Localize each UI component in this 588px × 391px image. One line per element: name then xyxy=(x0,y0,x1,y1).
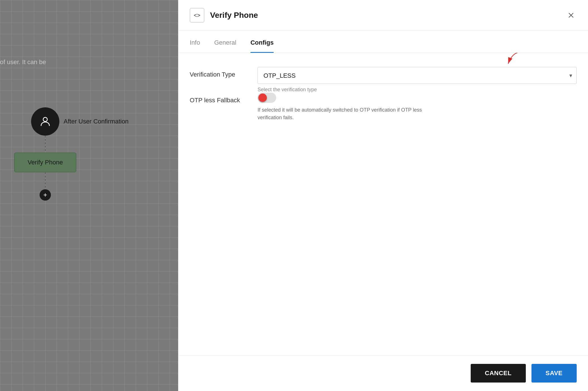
verification-type-select-wrapper: OTP_LESS OTP LINK ▾ xyxy=(258,67,577,84)
canvas-panel: of user. It can be After User Confirmati… xyxy=(0,0,178,391)
connector-line-2 xyxy=(45,172,46,189)
tab-configs[interactable]: Configs xyxy=(250,31,274,53)
canvas-text: of user. It can be xyxy=(0,58,46,66)
arrow-annotation xyxy=(503,53,526,67)
code-icon: <> xyxy=(190,8,204,23)
add-node-button[interactable]: + xyxy=(40,189,51,201)
drawer-title: Verify Phone xyxy=(210,11,565,20)
drawer-content: Verification Type OTP_LESS OTP LINK xyxy=(178,53,588,355)
flow-container: After User Confirmation Verify Phone + xyxy=(14,107,76,201)
verify-node-label: Verify Phone xyxy=(28,159,63,166)
verification-type-hint: Select the verification type xyxy=(258,87,577,93)
verification-type-field: Verification Type OTP_LESS OTP LINK xyxy=(190,67,577,93)
tab-info[interactable]: Info xyxy=(190,31,200,53)
tabs-bar: Info General Configs xyxy=(178,31,588,53)
verification-type-select[interactable]: OTP_LESS OTP LINK xyxy=(258,67,577,84)
drawer-footer: CANCEL SAVE xyxy=(178,355,588,391)
verify-phone-node[interactable]: Verify Phone xyxy=(14,153,76,172)
close-button[interactable] xyxy=(565,10,577,21)
otp-fallback-control: If selected it will be automatically swi… xyxy=(258,93,577,121)
drawer-header: <> Verify Phone xyxy=(178,0,588,31)
otp-fallback-label: OTP less Fallback xyxy=(190,93,258,104)
toggle-container xyxy=(258,93,577,103)
cancel-button[interactable]: CANCEL xyxy=(471,364,526,383)
otp-fallback-field: OTP less Fallback If selected it will be… xyxy=(190,93,577,121)
otp-fallback-toggle[interactable] xyxy=(258,93,276,103)
toggle-thumb xyxy=(258,94,267,102)
user-icon xyxy=(39,115,51,128)
close-icon xyxy=(567,11,575,19)
user-node: After User Confirmation xyxy=(31,107,59,136)
connector-line-1 xyxy=(45,136,46,153)
save-button[interactable]: SAVE xyxy=(531,364,577,383)
verification-type-control: OTP_LESS OTP LINK ▾ Select the verificat… xyxy=(258,67,577,93)
svg-point-0 xyxy=(43,117,47,121)
drawer-panel: <> Verify Phone Info General Configs Ver… xyxy=(178,0,588,391)
tab-general[interactable]: General xyxy=(214,31,236,53)
otp-fallback-description: If selected it will be automatically swi… xyxy=(258,106,427,121)
toggle-track xyxy=(258,93,276,103)
user-node-label: After User Confirmation xyxy=(64,118,129,125)
verification-type-label: Verification Type xyxy=(190,67,258,78)
